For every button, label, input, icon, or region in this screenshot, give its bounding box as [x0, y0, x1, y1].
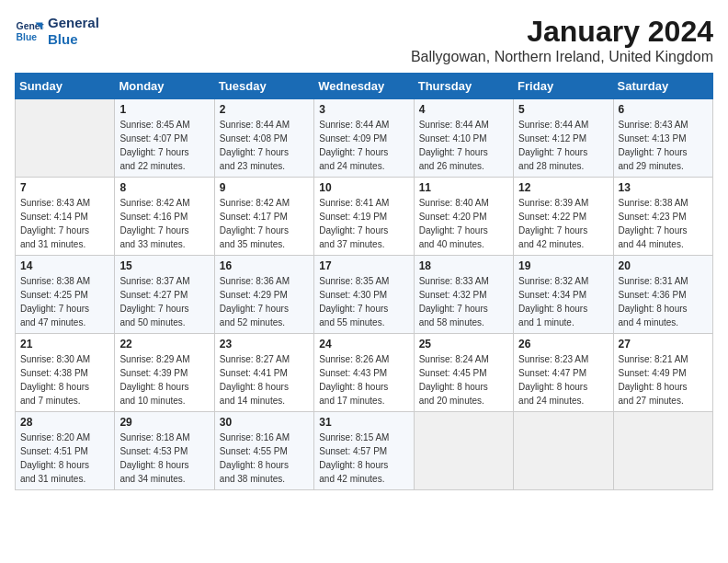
day-info: Sunrise: 8:37 AM Sunset: 4:27 PM Dayligh…	[119, 274, 209, 329]
day-info: Sunrise: 8:42 AM Sunset: 4:16 PM Dayligh…	[119, 196, 209, 251]
calendar-cell: 17Sunrise: 8:35 AM Sunset: 4:30 PM Dayli…	[314, 256, 414, 334]
day-number: 2	[220, 103, 309, 116]
logo-text-blue: Blue	[48, 31, 99, 48]
day-info: Sunrise: 8:39 AM Sunset: 4:22 PM Dayligh…	[518, 196, 608, 251]
day-number: 3	[319, 103, 408, 116]
month-title: January 2024	[411, 15, 713, 49]
day-number: 25	[419, 338, 508, 350]
day-info: Sunrise: 8:18 AM Sunset: 4:53 PM Dayligh…	[119, 431, 209, 486]
calendar-week-2: 7Sunrise: 8:43 AM Sunset: 4:14 PM Daylig…	[16, 178, 713, 256]
day-info: Sunrise: 8:21 AM Sunset: 4:49 PM Dayligh…	[619, 352, 708, 408]
calendar-cell	[16, 99, 115, 178]
day-info: Sunrise: 8:16 AM Sunset: 4:55 PM Dayligh…	[220, 431, 309, 486]
day-number: 13	[619, 181, 708, 194]
day-number: 18	[419, 259, 508, 272]
header-monday: Monday	[115, 74, 214, 99]
day-number: 11	[419, 181, 508, 194]
day-info: Sunrise: 8:24 AM Sunset: 4:45 PM Dayligh…	[419, 352, 508, 408]
day-info: Sunrise: 8:44 AM Sunset: 4:08 PM Dayligh…	[220, 118, 309, 173]
day-info: Sunrise: 8:31 AM Sunset: 4:36 PM Dayligh…	[619, 274, 708, 329]
calendar-cell: 24Sunrise: 8:26 AM Sunset: 4:43 PM Dayli…	[314, 334, 414, 412]
logo-icon: General Blue	[15, 17, 44, 46]
header-wednesday: Wednesday	[314, 74, 414, 99]
day-number: 7	[20, 181, 109, 194]
day-info: Sunrise: 8:26 AM Sunset: 4:43 PM Dayligh…	[319, 352, 408, 408]
day-info: Sunrise: 8:44 AM Sunset: 4:09 PM Dayligh…	[319, 118, 408, 173]
calendar-cell: 20Sunrise: 8:31 AM Sunset: 4:36 PM Dayli…	[613, 256, 712, 334]
calendar-cell: 28Sunrise: 8:20 AM Sunset: 4:51 PM Dayli…	[16, 412, 115, 490]
day-number: 17	[319, 259, 408, 272]
day-number: 5	[518, 103, 608, 116]
day-info: Sunrise: 8:15 AM Sunset: 4:57 PM Dayligh…	[319, 431, 408, 486]
day-info: Sunrise: 8:45 AM Sunset: 4:07 PM Dayligh…	[119, 118, 209, 173]
location-title: Ballygowan, Northern Ireland, United Kin…	[411, 49, 713, 65]
calendar-cell: 3Sunrise: 8:44 AM Sunset: 4:09 PM Daylig…	[314, 99, 414, 178]
day-info: Sunrise: 8:29 AM Sunset: 4:39 PM Dayligh…	[119, 352, 209, 408]
day-number: 16	[220, 259, 309, 272]
day-info: Sunrise: 8:35 AM Sunset: 4:30 PM Dayligh…	[319, 274, 408, 329]
calendar-cell: 22Sunrise: 8:29 AM Sunset: 4:39 PM Dayli…	[115, 334, 214, 412]
calendar-cell: 15Sunrise: 8:37 AM Sunset: 4:27 PM Dayli…	[115, 256, 214, 334]
calendar-cell	[414, 412, 513, 490]
day-info: Sunrise: 8:38 AM Sunset: 4:25 PM Dayligh…	[20, 274, 109, 329]
calendar-cell: 26Sunrise: 8:23 AM Sunset: 4:47 PM Dayli…	[514, 334, 613, 412]
title-block: January 2024 Ballygowan, Northern Irelan…	[411, 15, 713, 65]
calendar-week-4: 21Sunrise: 8:30 AM Sunset: 4:38 PM Dayli…	[16, 334, 713, 412]
day-number: 24	[319, 338, 408, 350]
header-friday: Friday	[514, 74, 613, 99]
calendar-week-3: 14Sunrise: 8:38 AM Sunset: 4:25 PM Dayli…	[16, 256, 713, 334]
calendar-cell: 13Sunrise: 8:38 AM Sunset: 4:23 PM Dayli…	[613, 178, 712, 256]
calendar-cell: 10Sunrise: 8:41 AM Sunset: 4:19 PM Dayli…	[314, 178, 414, 256]
calendar-cell: 19Sunrise: 8:32 AM Sunset: 4:34 PM Dayli…	[514, 256, 613, 334]
calendar-cell: 8Sunrise: 8:42 AM Sunset: 4:16 PM Daylig…	[115, 178, 214, 256]
calendar-body: 1Sunrise: 8:45 AM Sunset: 4:07 PM Daylig…	[16, 99, 713, 490]
calendar-cell: 18Sunrise: 8:33 AM Sunset: 4:32 PM Dayli…	[414, 256, 513, 334]
day-number: 27	[619, 338, 708, 350]
day-number: 10	[319, 181, 408, 194]
day-number: 20	[619, 259, 708, 272]
calendar-cell: 12Sunrise: 8:39 AM Sunset: 4:22 PM Dayli…	[514, 178, 613, 256]
day-info: Sunrise: 8:38 AM Sunset: 4:23 PM Dayligh…	[619, 196, 708, 251]
day-info: Sunrise: 8:44 AM Sunset: 4:12 PM Dayligh…	[518, 118, 608, 173]
day-number: 1	[119, 103, 209, 116]
day-info: Sunrise: 8:32 AM Sunset: 4:34 PM Dayligh…	[518, 274, 608, 329]
day-info: Sunrise: 8:42 AM Sunset: 4:17 PM Dayligh…	[220, 196, 309, 251]
calendar-cell: 6Sunrise: 8:43 AM Sunset: 4:13 PM Daylig…	[613, 99, 712, 178]
day-number: 31	[319, 416, 408, 429]
calendar-cell: 9Sunrise: 8:42 AM Sunset: 4:17 PM Daylig…	[214, 178, 313, 256]
calendar-cell: 1Sunrise: 8:45 AM Sunset: 4:07 PM Daylig…	[115, 99, 214, 178]
calendar-header-row: SundayMondayTuesdayWednesdayThursdayFrid…	[16, 74, 713, 99]
svg-text:Blue: Blue	[17, 32, 38, 42]
calendar-cell: 30Sunrise: 8:16 AM Sunset: 4:55 PM Dayli…	[214, 412, 313, 490]
calendar-cell: 16Sunrise: 8:36 AM Sunset: 4:29 PM Dayli…	[214, 256, 313, 334]
calendar-cell	[514, 412, 613, 490]
day-number: 15	[119, 259, 209, 272]
day-number: 6	[619, 103, 708, 116]
calendar-cell: 5Sunrise: 8:44 AM Sunset: 4:12 PM Daylig…	[514, 99, 613, 178]
header-saturday: Saturday	[613, 74, 712, 99]
day-number: 28	[20, 416, 109, 429]
day-number: 29	[119, 416, 209, 429]
day-info: Sunrise: 8:44 AM Sunset: 4:10 PM Dayligh…	[419, 118, 508, 173]
calendar-cell: 23Sunrise: 8:27 AM Sunset: 4:41 PM Dayli…	[214, 334, 313, 412]
day-info: Sunrise: 8:43 AM Sunset: 4:13 PM Dayligh…	[619, 118, 708, 173]
calendar-cell: 31Sunrise: 8:15 AM Sunset: 4:57 PM Dayli…	[314, 412, 414, 490]
calendar-cell: 25Sunrise: 8:24 AM Sunset: 4:45 PM Dayli…	[414, 334, 513, 412]
calendar-cell: 21Sunrise: 8:30 AM Sunset: 4:38 PM Dayli…	[16, 334, 115, 412]
day-info: Sunrise: 8:23 AM Sunset: 4:47 PM Dayligh…	[518, 352, 608, 408]
day-number: 8	[119, 181, 209, 194]
calendar-table: SundayMondayTuesdayWednesdayThursdayFrid…	[15, 73, 713, 490]
day-info: Sunrise: 8:43 AM Sunset: 4:14 PM Dayligh…	[20, 196, 109, 251]
calendar-week-5: 28Sunrise: 8:20 AM Sunset: 4:51 PM Dayli…	[16, 412, 713, 490]
calendar-cell: 7Sunrise: 8:43 AM Sunset: 4:14 PM Daylig…	[16, 178, 115, 256]
logo-text-general: General	[48, 15, 99, 31]
calendar-cell: 14Sunrise: 8:38 AM Sunset: 4:25 PM Dayli…	[16, 256, 115, 334]
day-number: 30	[220, 416, 309, 429]
day-number: 23	[220, 338, 309, 350]
calendar-cell: 27Sunrise: 8:21 AM Sunset: 4:49 PM Dayli…	[613, 334, 712, 412]
logo: General Blue General Blue	[15, 15, 99, 48]
calendar-cell: 29Sunrise: 8:18 AM Sunset: 4:53 PM Dayli…	[115, 412, 214, 490]
calendar-cell	[613, 412, 712, 490]
day-info: Sunrise: 8:36 AM Sunset: 4:29 PM Dayligh…	[220, 274, 309, 329]
day-number: 14	[20, 259, 109, 272]
